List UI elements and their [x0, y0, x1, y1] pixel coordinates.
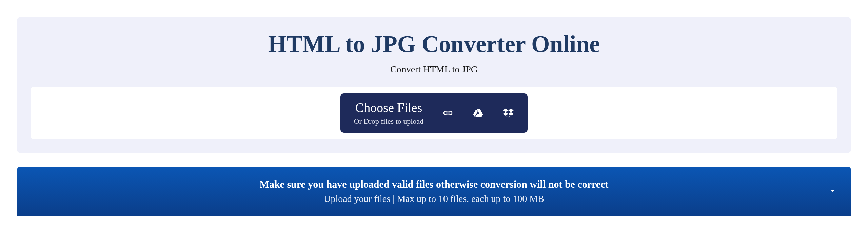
link-icon[interactable] — [442, 107, 454, 119]
choose-files-label: Choose Files — [355, 100, 422, 115]
google-drive-icon[interactable] — [472, 107, 484, 119]
upload-dropzone[interactable]: Choose Files Or Drop files to upload — [31, 87, 837, 139]
upload-button-group: Choose Files Or Drop files to upload — [340, 93, 528, 133]
chevron-down-icon[interactable] — [828, 186, 837, 197]
notice-secondary: Upload your files | Max up to 10 files, … — [34, 193, 834, 204]
drop-files-label: Or Drop files to upload — [354, 117, 423, 126]
dropbox-icon[interactable] — [502, 107, 514, 119]
notice-bar: Make sure you have uploaded valid files … — [17, 167, 851, 216]
page-title: HTML to JPG Converter Online — [31, 31, 837, 58]
notice-primary: Make sure you have uploaded valid files … — [34, 178, 834, 190]
page-subtitle: Convert HTML to JPG — [31, 64, 837, 75]
hero-panel: HTML to JPG Converter Online Convert HTM… — [17, 17, 851, 153]
choose-files-button[interactable]: Choose Files Or Drop files to upload — [354, 100, 423, 126]
